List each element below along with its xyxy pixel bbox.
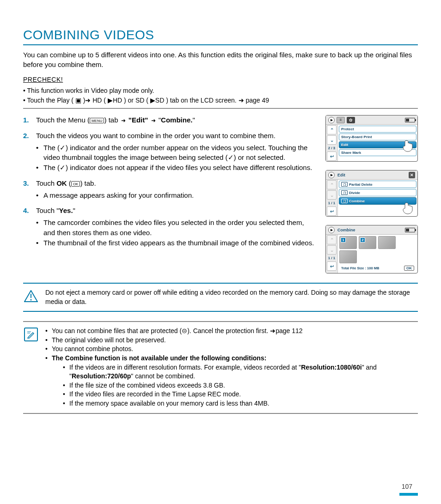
- step-4-sub: The camcorder combines the video files y…: [36, 218, 316, 238]
- menu-item-icon: ❐: [341, 199, 348, 203]
- tip-subitem: If the videos are in different resolutio…: [63, 363, 418, 381]
- menu-item[interactable]: ❐Partial Delete: [339, 181, 416, 188]
- video-thumbnail[interactable]: 2: [359, 236, 376, 249]
- menu-item-icon: ❐: [341, 190, 348, 195]
- order-badge: 1: [341, 237, 346, 243]
- step-3-sub: A message appears asking for your confir…: [36, 190, 316, 200]
- intro-text: You can combine up to 5 different videos…: [23, 50, 418, 69]
- close-button[interactable]: ✕: [409, 172, 415, 178]
- text: ) tab: [104, 116, 120, 124]
- text: If the videos are in different resolutio…: [69, 364, 301, 371]
- warning-icon: [23, 288, 39, 304]
- menu-item-label: Edit: [341, 143, 348, 147]
- step-1: Touch the Menu (MENU) tab "Edit" "Combin…: [23, 115, 316, 125]
- tips-note: You can not combine files that are prote…: [23, 321, 418, 413]
- settings-tab-icon[interactable]: ✿: [347, 117, 355, 123]
- tip-icon: [23, 327, 39, 342]
- panel-title: Combine: [337, 228, 403, 232]
- steps-list: Touch the Menu (MENU) tab "Edit" "Combin…: [23, 115, 316, 248]
- step-2: Touch the videos you want to combine in …: [23, 131, 316, 173]
- svg-point-1: [31, 299, 32, 301]
- page-number: 107: [402, 483, 412, 490]
- nav-page-indicator: 2 / 3: [326, 145, 337, 151]
- menu-item-label: Share Mark: [341, 151, 361, 155]
- arrow-icon: [151, 115, 156, 125]
- text: Touch the Menu (: [36, 116, 90, 124]
- nav-down-button: ⌄: [327, 245, 337, 255]
- back-button[interactable]: ↩: [327, 152, 337, 161]
- res-label: Resolution:1080/60i: [301, 364, 362, 371]
- menu-item[interactable]: Edit: [339, 141, 416, 148]
- precheck-item: Touch the Play ( ▣ )➜ HD ( ▶HD ) or SD (…: [23, 96, 418, 105]
- text: Touch the videos you want to combine in …: [36, 132, 276, 140]
- list-tab-icon[interactable]: ≡: [337, 117, 345, 123]
- tip-subitem: If the file size of the combined videos …: [63, 381, 418, 390]
- text: Touch ": [36, 206, 59, 214]
- menu-item-label: Partial Delete: [349, 182, 373, 187]
- play-mode-icon: ▶: [328, 117, 335, 123]
- page-title: COMBINING VIDEOS: [23, 28, 418, 45]
- tip-subitem: If the memory space available on your me…: [63, 399, 418, 408]
- file-size-label: Total File Size : 100 MB: [341, 266, 379, 270]
- battery-icon: [405, 228, 415, 232]
- video-thumbnail[interactable]: [378, 236, 396, 249]
- tips-text: You can not combine files that are prote…: [45, 327, 418, 408]
- warning-text: Do not eject a memory card or power off …: [45, 288, 418, 306]
- text: ": [73, 206, 75, 214]
- back-button[interactable]: ↩: [327, 206, 337, 216]
- nav-down-button: ⌄: [327, 190, 337, 200]
- menu-icon: MENU: [90, 118, 104, 123]
- yes-label: Yes.: [59, 206, 73, 214]
- tip-item: You cannot combine photos.: [45, 345, 418, 354]
- panel-title: Edit: [337, 173, 407, 177]
- menu-item-label: Story-Board Print: [341, 135, 372, 139]
- arrow-icon: [121, 115, 126, 125]
- menu-item[interactable]: Story-Board Print: [339, 134, 416, 140]
- menu-item-icon: ❐: [341, 182, 348, 187]
- text: ) tab.: [80, 179, 96, 187]
- text: (: [67, 179, 71, 187]
- precheck-item: This function works in Video play mode o…: [23, 86, 418, 96]
- tip-item: You can not combine files that are prote…: [45, 327, 418, 336]
- ok-label: OK: [56, 179, 67, 187]
- tip-subitem: If the video files are recorded in the T…: [63, 390, 418, 399]
- res-label: Resolution:720/60p: [72, 372, 131, 380]
- ok-icon: OK: [71, 181, 80, 187]
- nav-page-indicator: 1 / 1: [326, 200, 337, 206]
- nav-down-button[interactable]: ⌄: [327, 135, 337, 145]
- nav-up-button: ⌃: [327, 235, 337, 244]
- menu-item[interactable]: ❐Combine: [339, 197, 416, 205]
- back-button[interactable]: ↩: [327, 261, 337, 271]
- tip-item: The Combine function is not available un…: [45, 354, 418, 408]
- menu-item-label: Divide: [349, 191, 360, 195]
- screenshot-menu-panel: ▶ ≡ ✿ ⌃ ⌄ 2 / 3 ↩ ProtectStory-Board Pri…: [325, 115, 418, 162]
- order-badge: 2: [360, 237, 365, 243]
- screenshot-edit-panel: ▶ Edit ✕ ⌃ ⌄ 1 / 1 ↩ ❐Partial Delete❐Div…: [325, 170, 418, 217]
- video-thumbnail[interactable]: [339, 250, 357, 263]
- precheck-list: This function works in Video play mode o…: [23, 86, 418, 105]
- menu-item[interactable]: Protect: [339, 126, 416, 133]
- step-4-sub: The thumbnail of the first video appears…: [36, 238, 316, 248]
- ok-button[interactable]: OK: [404, 266, 414, 271]
- nav-page-indicator: 1 / 1: [326, 255, 337, 261]
- step-2-sub: The (✓) indicator and the order number a…: [36, 143, 316, 163]
- play-mode-icon: ▶: [328, 227, 335, 233]
- menu-item[interactable]: Share Mark: [339, 149, 416, 156]
- menu-item-label: Combine: [349, 199, 365, 203]
- step-3: Touch OK (OK) tab. A message appears ask…: [23, 178, 316, 200]
- screenshot-combine-panel: ▶ Combine ⌃ ⌄ 1 / 1 ↩ 1 2: [325, 225, 418, 273]
- tip-bold: The Combine function is not available un…: [52, 354, 266, 362]
- step-2-sub: The (✓) indicator does not appear if the…: [36, 163, 316, 173]
- combine-label: Combine.: [161, 116, 192, 124]
- menu-item-label: Protect: [341, 127, 354, 131]
- edit-label: "Edit": [129, 116, 148, 124]
- battery-icon: [405, 118, 415, 122]
- play-mode-icon: ▶: [328, 172, 335, 178]
- page-accent-bar: [399, 493, 418, 496]
- precheck-heading: PRECHECK!: [23, 76, 418, 83]
- video-thumbnail[interactable]: 1: [339, 236, 357, 249]
- warning-note: Do not eject a memory card or power off …: [23, 283, 418, 312]
- menu-item[interactable]: ❐Divide: [339, 189, 416, 196]
- precheck-box: PRECHECK! This function works in Video p…: [23, 76, 418, 109]
- nav-up-button[interactable]: ⌃: [327, 125, 337, 134]
